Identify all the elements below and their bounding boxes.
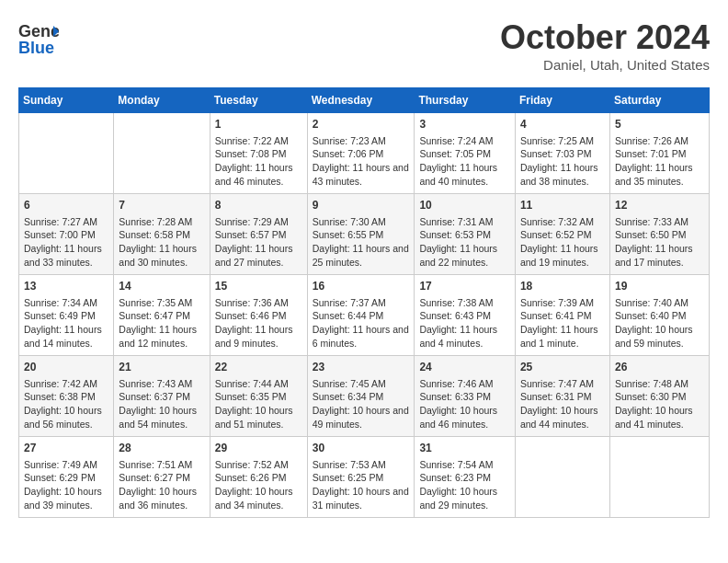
calendar-cell: [114, 113, 210, 194]
day-info: Sunrise: 7:43 AM Sunset: 6:37 PM Dayligh…: [119, 377, 204, 431]
day-number: 28: [119, 441, 204, 456]
calendar-cell: 21Sunrise: 7:43 AM Sunset: 6:37 PM Dayli…: [114, 356, 210, 437]
calendar-cell: 13Sunrise: 7:34 AM Sunset: 6:49 PM Dayli…: [19, 275, 114, 356]
day-number: 16: [313, 279, 410, 294]
calendar-cell: 7Sunrise: 7:28 AM Sunset: 6:58 PM Daylig…: [114, 194, 210, 275]
calendar-cell: 5Sunrise: 7:26 AM Sunset: 7:01 PM Daylig…: [609, 113, 709, 194]
calendar-cell: 10Sunrise: 7:31 AM Sunset: 6:53 PM Dayli…: [415, 194, 516, 275]
day-info: Sunrise: 7:53 AM Sunset: 6:25 PM Dayligh…: [313, 458, 410, 512]
day-info: Sunrise: 7:35 AM Sunset: 6:47 PM Dayligh…: [119, 296, 204, 350]
day-number: 3: [419, 117, 510, 132]
day-number: 4: [520, 117, 605, 132]
day-info: Sunrise: 7:38 AM Sunset: 6:43 PM Dayligh…: [419, 296, 510, 350]
svg-text:Blue: Blue: [18, 39, 54, 57]
day-number: 14: [119, 279, 204, 294]
day-info: Sunrise: 7:46 AM Sunset: 6:33 PM Dayligh…: [419, 377, 510, 431]
day-number: 19: [615, 279, 704, 294]
day-number: 21: [119, 360, 204, 375]
day-number: 6: [24, 198, 108, 213]
day-info: Sunrise: 7:23 AM Sunset: 7:06 PM Dayligh…: [313, 134, 410, 189]
calendar-cell: 14Sunrise: 7:35 AM Sunset: 6:47 PM Dayli…: [114, 275, 210, 356]
col-header-monday: Monday: [114, 88, 210, 113]
calendar-cell: 17Sunrise: 7:38 AM Sunset: 6:43 PM Dayli…: [415, 275, 516, 356]
calendar-cell: 1Sunrise: 7:22 AM Sunset: 7:08 PM Daylig…: [210, 113, 307, 194]
day-info: Sunrise: 7:37 AM Sunset: 6:44 PM Dayligh…: [313, 296, 410, 350]
logo: General Blue: [18, 18, 59, 59]
col-header-tuesday: Tuesday: [210, 88, 307, 113]
day-info: Sunrise: 7:48 AM Sunset: 6:30 PM Dayligh…: [615, 377, 704, 431]
col-header-friday: Friday: [515, 88, 609, 113]
day-number: 27: [24, 441, 108, 456]
day-info: Sunrise: 7:40 AM Sunset: 6:40 PM Dayligh…: [615, 296, 704, 350]
day-number: 29: [215, 441, 302, 456]
day-number: 20: [24, 360, 108, 375]
day-number: 10: [419, 198, 510, 213]
day-info: Sunrise: 7:42 AM Sunset: 6:38 PM Dayligh…: [24, 377, 108, 431]
calendar-cell: 11Sunrise: 7:32 AM Sunset: 6:52 PM Dayli…: [515, 194, 609, 275]
calendar-cell: 20Sunrise: 7:42 AM Sunset: 6:38 PM Dayli…: [19, 356, 114, 437]
calendar-cell: 26Sunrise: 7:48 AM Sunset: 6:30 PM Dayli…: [609, 356, 709, 437]
day-number: 1: [215, 117, 302, 132]
day-number: 8: [215, 198, 302, 213]
day-info: Sunrise: 7:54 AM Sunset: 6:23 PM Dayligh…: [419, 458, 510, 512]
day-number: 22: [215, 360, 302, 375]
day-info: Sunrise: 7:52 AM Sunset: 6:26 PM Dayligh…: [215, 458, 302, 512]
svg-text:General: General: [18, 22, 59, 40]
day-info: Sunrise: 7:29 AM Sunset: 6:57 PM Dayligh…: [215, 215, 302, 270]
page-header: General Blue October 2024 Daniel, Utah, …: [18, 18, 710, 73]
day-number: 9: [313, 198, 410, 213]
col-header-thursday: Thursday: [415, 88, 516, 113]
day-info: Sunrise: 7:44 AM Sunset: 6:35 PM Dayligh…: [215, 377, 302, 431]
day-number: 18: [520, 279, 605, 294]
col-header-sunday: Sunday: [19, 88, 114, 113]
location: Daniel, Utah, United States: [500, 57, 710, 73]
col-header-wednesday: Wednesday: [307, 88, 415, 113]
calendar-cell: [19, 113, 114, 194]
day-number: 25: [520, 360, 605, 375]
day-number: 7: [119, 198, 204, 213]
calendar-cell: 2Sunrise: 7:23 AM Sunset: 7:06 PM Daylig…: [307, 113, 415, 194]
calendar-cell: 31Sunrise: 7:54 AM Sunset: 6:23 PM Dayli…: [415, 437, 516, 518]
calendar-cell: 27Sunrise: 7:49 AM Sunset: 6:29 PM Dayli…: [19, 437, 114, 518]
day-number: 26: [615, 360, 704, 375]
calendar-cell: [609, 437, 709, 518]
calendar-cell: 28Sunrise: 7:51 AM Sunset: 6:27 PM Dayli…: [114, 437, 210, 518]
calendar-cell: 25Sunrise: 7:47 AM Sunset: 6:31 PM Dayli…: [515, 356, 609, 437]
calendar-cell: 24Sunrise: 7:46 AM Sunset: 6:33 PM Dayli…: [415, 356, 516, 437]
day-info: Sunrise: 7:26 AM Sunset: 7:01 PM Dayligh…: [615, 134, 704, 189]
calendar-table: SundayMondayTuesdayWednesdayThursdayFrid…: [18, 87, 710, 518]
day-number: 17: [419, 279, 510, 294]
day-info: Sunrise: 7:31 AM Sunset: 6:53 PM Dayligh…: [419, 215, 510, 270]
day-info: Sunrise: 7:47 AM Sunset: 6:31 PM Dayligh…: [520, 377, 605, 431]
calendar-cell: 18Sunrise: 7:39 AM Sunset: 6:41 PM Dayli…: [515, 275, 609, 356]
day-info: Sunrise: 7:30 AM Sunset: 6:55 PM Dayligh…: [313, 215, 410, 270]
calendar-cell: 30Sunrise: 7:53 AM Sunset: 6:25 PM Dayli…: [307, 437, 415, 518]
day-info: Sunrise: 7:49 AM Sunset: 6:29 PM Dayligh…: [24, 458, 108, 512]
day-number: 5: [615, 117, 704, 132]
day-number: 23: [313, 360, 410, 375]
day-number: 12: [615, 198, 704, 213]
title-block: October 2024 Daniel, Utah, United States: [500, 18, 710, 73]
day-info: Sunrise: 7:32 AM Sunset: 6:52 PM Dayligh…: [520, 215, 605, 270]
calendar-cell: 8Sunrise: 7:29 AM Sunset: 6:57 PM Daylig…: [210, 194, 307, 275]
day-info: Sunrise: 7:45 AM Sunset: 6:34 PM Dayligh…: [313, 377, 410, 431]
day-number: 13: [24, 279, 108, 294]
calendar-cell: 19Sunrise: 7:40 AM Sunset: 6:40 PM Dayli…: [609, 275, 709, 356]
day-info: Sunrise: 7:24 AM Sunset: 7:05 PM Dayligh…: [419, 134, 510, 189]
day-info: Sunrise: 7:34 AM Sunset: 6:49 PM Dayligh…: [24, 296, 108, 350]
day-info: Sunrise: 7:22 AM Sunset: 7:08 PM Dayligh…: [215, 134, 302, 189]
col-header-saturday: Saturday: [609, 88, 709, 113]
day-number: 30: [313, 441, 410, 456]
calendar-cell: 4Sunrise: 7:25 AM Sunset: 7:03 PM Daylig…: [515, 113, 609, 194]
day-info: Sunrise: 7:39 AM Sunset: 6:41 PM Dayligh…: [520, 296, 605, 350]
day-number: 24: [419, 360, 510, 375]
day-info: Sunrise: 7:51 AM Sunset: 6:27 PM Dayligh…: [119, 458, 204, 512]
day-number: 11: [520, 198, 605, 213]
calendar-cell: 22Sunrise: 7:44 AM Sunset: 6:35 PM Dayli…: [210, 356, 307, 437]
logo-icon: General Blue: [18, 18, 59, 59]
calendar-cell: 23Sunrise: 7:45 AM Sunset: 6:34 PM Dayli…: [307, 356, 415, 437]
calendar-cell: 16Sunrise: 7:37 AM Sunset: 6:44 PM Dayli…: [307, 275, 415, 356]
day-info: Sunrise: 7:28 AM Sunset: 6:58 PM Dayligh…: [119, 215, 204, 270]
calendar-cell: [515, 437, 609, 518]
calendar-cell: 15Sunrise: 7:36 AM Sunset: 6:46 PM Dayli…: [210, 275, 307, 356]
